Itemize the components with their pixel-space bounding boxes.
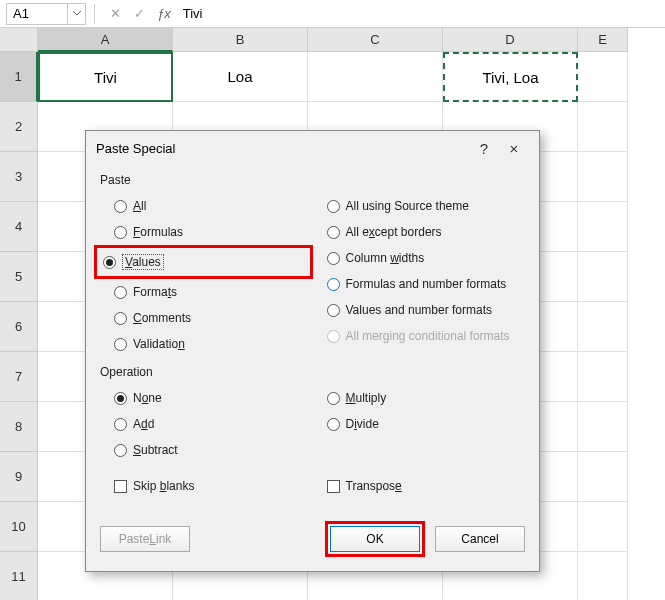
row-header-3[interactable]: 3 (0, 152, 38, 202)
check-transpose[interactable]: Transpose (313, 473, 526, 499)
radio-label: Multiply (346, 391, 387, 405)
col-header-b[interactable]: B (173, 28, 308, 52)
cell[interactable] (578, 302, 628, 352)
cell-c1[interactable] (308, 52, 443, 102)
cell[interactable] (578, 552, 628, 600)
radio-label: Add (133, 417, 154, 431)
radio-multiply[interactable]: Multiply (313, 385, 526, 411)
col-header-c[interactable]: C (308, 28, 443, 52)
radio-all[interactable]: All (100, 193, 313, 219)
radio-icon (327, 418, 340, 431)
radio-label: Subtract (133, 443, 178, 457)
dialog-title: Paste Special (96, 141, 469, 156)
radio-all-source-theme[interactable]: All using Source theme (313, 193, 526, 219)
row-header-7[interactable]: 7 (0, 352, 38, 402)
radio-all-merging: All merging conditional formats (313, 323, 526, 349)
radio-formats[interactable]: Formats (100, 279, 313, 305)
radio-label: Validation (133, 337, 185, 351)
cell[interactable] (578, 102, 628, 152)
check-label: Transpose (346, 479, 402, 493)
radio-comments[interactable]: Comments (100, 305, 313, 331)
close-icon[interactable]: × (499, 140, 529, 157)
formula-input[interactable] (177, 3, 665, 25)
radio-label: Values and number formats (346, 303, 493, 317)
enter-formula-icon: ✓ (127, 3, 151, 25)
radio-icon (114, 418, 127, 431)
radio-label: Column widths (346, 251, 425, 265)
radio-none[interactable]: None (100, 385, 313, 411)
row-header-8[interactable]: 8 (0, 402, 38, 452)
cell-a1[interactable]: Tivi (38, 52, 173, 102)
cell-b1[interactable]: Loa (173, 52, 308, 102)
row-header-2[interactable]: 2 (0, 102, 38, 152)
radio-icon (327, 330, 340, 343)
chevron-down-icon (73, 11, 81, 16)
radio-icon (327, 304, 340, 317)
row-header-5[interactable]: 5 (0, 252, 38, 302)
row-header-9[interactable]: 9 (0, 452, 38, 502)
radio-icon (327, 200, 340, 213)
cell[interactable] (578, 452, 628, 502)
help-icon[interactable]: ? (469, 140, 499, 157)
col-header-a[interactable]: A (38, 28, 173, 52)
radio-label: All (133, 199, 146, 213)
name-box-dropdown[interactable] (68, 3, 86, 25)
cancel-formula-icon: ✕ (103, 3, 127, 25)
check-skip-blanks[interactable]: Skip blanks (100, 473, 313, 499)
paste-special-dialog: Paste Special ? × Paste All Formulas Val… (85, 130, 540, 572)
row-header-4[interactable]: 4 (0, 202, 38, 252)
dialog-titlebar[interactable]: Paste Special ? × (86, 131, 539, 165)
name-box[interactable]: A1 (6, 3, 68, 25)
cell[interactable] (578, 502, 628, 552)
radio-icon (114, 392, 127, 405)
radio-values[interactable]: Values (100, 249, 307, 275)
row-header-1[interactable]: 1 (0, 52, 38, 102)
cell-d1[interactable]: Tivi, Loa (443, 52, 578, 102)
cancel-button[interactable]: Cancel (435, 526, 525, 552)
cell[interactable] (578, 202, 628, 252)
row-header-11[interactable]: 11 (0, 552, 38, 600)
col-header-e[interactable]: E (578, 28, 628, 52)
radio-label: Comments (133, 311, 191, 325)
row-header-6[interactable]: 6 (0, 302, 38, 352)
radio-values-number-formats[interactable]: Values and number formats (313, 297, 526, 323)
select-all-corner[interactable] (0, 28, 38, 52)
formula-bar: A1 ✕ ✓ ƒx (0, 0, 665, 28)
radio-formulas[interactable]: Formulas (100, 219, 313, 245)
radio-all-except-borders[interactable]: All except borders (313, 219, 526, 245)
radio-formulas-number-formats[interactable]: Formulas and number formats (313, 271, 526, 297)
radio-icon (114, 312, 127, 325)
radio-label: Formulas (133, 225, 183, 239)
radio-label: Values (122, 254, 164, 270)
radio-label: All except borders (346, 225, 442, 239)
checkbox-icon (327, 480, 340, 493)
radio-add[interactable]: Add (100, 411, 313, 437)
radio-label: All merging conditional formats (346, 329, 510, 343)
radio-validation[interactable]: Validation (100, 331, 313, 357)
cell-e1[interactable] (578, 52, 628, 102)
radio-label: All using Source theme (346, 199, 469, 213)
radio-icon (114, 200, 127, 213)
radio-subtract[interactable]: Subtract (100, 437, 313, 463)
radio-label: Formulas and number formats (346, 277, 507, 291)
fx-icon[interactable]: ƒx (157, 6, 171, 21)
cell[interactable] (578, 352, 628, 402)
radio-icon (114, 286, 127, 299)
cell[interactable] (578, 252, 628, 302)
group-label-operation: Operation (100, 365, 525, 379)
radio-column-widths[interactable]: Column widths (313, 245, 526, 271)
radio-icon (114, 338, 127, 351)
radio-label: Formats (133, 285, 177, 299)
paste-link-button: Paste Link (100, 526, 190, 552)
radio-divide[interactable]: Divide (313, 411, 526, 437)
cell[interactable] (578, 402, 628, 452)
row-header-10[interactable]: 10 (0, 502, 38, 552)
cell[interactable] (578, 152, 628, 202)
radio-icon (327, 392, 340, 405)
radio-icon (327, 278, 340, 291)
radio-label: Divide (346, 417, 379, 431)
ok-button[interactable]: OK (330, 526, 420, 552)
col-header-d[interactable]: D (443, 28, 578, 52)
checkbox-icon (114, 480, 127, 493)
radio-label: None (133, 391, 162, 405)
